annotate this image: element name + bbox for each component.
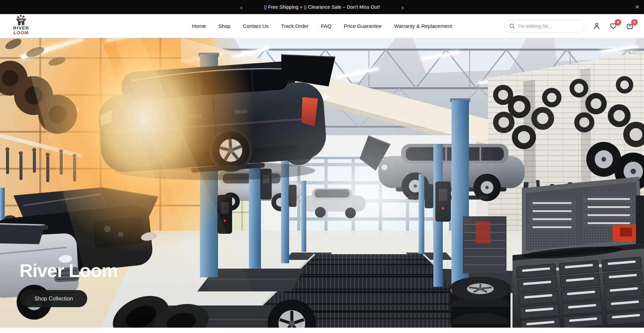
user-icon — [593, 22, 601, 30]
nav-shop[interactable]: Shop — [218, 23, 230, 29]
search-input[interactable] — [518, 23, 580, 29]
search-icon — [509, 23, 515, 29]
announcement-close-button[interactable]: ✕ — [635, 4, 639, 10]
shop-collection-button[interactable]: Shop Collection — [20, 290, 87, 307]
search-bar[interactable] — [504, 20, 585, 33]
nav-price-guarantee[interactable]: Price Guarantee — [344, 23, 382, 29]
gear-logo-icon — [15, 15, 28, 26]
hero-image — [0, 38, 644, 328]
cart-count-badge: 0 — [631, 19, 638, 25]
wishlist-button[interactable]: 0 — [609, 22, 618, 31]
site-header: RIVER LOOM Home Shop Contact Us Track Or… — [0, 14, 644, 38]
announcement-prev-button[interactable]: ‹ — [238, 4, 245, 11]
logo[interactable]: RIVER LOOM — [10, 15, 32, 35]
nav-warranty-replacement[interactable]: Warranty & Replacement — [394, 23, 452, 29]
nav-track-order[interactable]: Track Order — [281, 23, 309, 29]
header-controls: 0 0 — [504, 14, 634, 38]
nav-home[interactable]: Home — [192, 23, 206, 29]
wishlist-count-badge: 0 — [615, 19, 621, 25]
announcement-next-button[interactable]: › — [399, 4, 406, 11]
nav-faq[interactable]: FAQ — [321, 23, 331, 29]
announcement-message: ▯ Free Shipping + ▯ Clearance Sale – Don… — [264, 4, 380, 10]
logo-text-river: RIVER — [10, 26, 32, 31]
hero-title: River Loom — [19, 260, 118, 281]
announcement-bar: ‹ ▯ Free Shipping + ▯ Clearance Sale – D… — [0, 0, 644, 14]
account-button[interactable] — [592, 22, 601, 31]
logo-text-loom: LOOM — [10, 31, 32, 35]
stacked-tires — [449, 277, 511, 328]
nav-contact-us[interactable]: Contact Us — [243, 23, 269, 29]
cart-button[interactable]: 0 — [625, 22, 634, 31]
main-nav: Home Shop Contact Us Track Order FAQ Pri… — [192, 14, 452, 38]
hero-section: River Loom Shop Collection — [0, 38, 644, 328]
